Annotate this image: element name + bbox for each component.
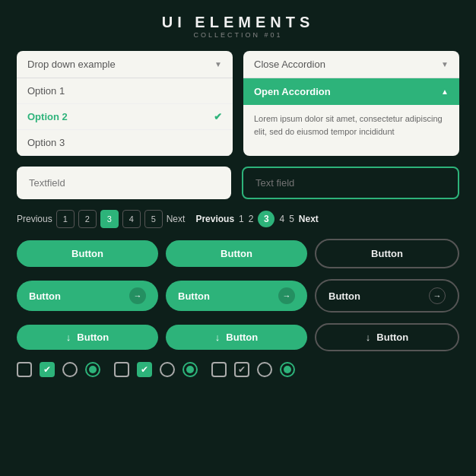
page2-4[interactable]: 4	[279, 214, 284, 224]
radio-unchecked-1[interactable]	[62, 362, 78, 377]
button-row-2: Button → Button → Button →	[17, 279, 459, 313]
page2-2[interactable]: 2	[249, 214, 254, 224]
button-green-down-2[interactable]: ↓ Button	[166, 325, 307, 350]
page-5[interactable]: 5	[144, 210, 163, 228]
page-2[interactable]: 2	[78, 210, 97, 228]
accordion-section[interactable]: Close Accordion ▼ Open Accordion ▲ Lorem…	[243, 51, 459, 156]
dropdown-option-3[interactable]: Option 3	[17, 130, 233, 156]
dropdown-section[interactable]: Drop down example ▼ Option 1 Option 2 ✔ …	[17, 51, 233, 156]
check-icon: ✔	[214, 111, 222, 122]
chevron-down-icon: ▼	[214, 60, 222, 68]
dropdown-option-1[interactable]: Option 1	[17, 78, 233, 104]
down-arrow-icon-2: ↓	[215, 332, 221, 343]
page2-3-active[interactable]: 3	[258, 211, 274, 227]
radio-checked-3[interactable]	[280, 362, 295, 377]
radio-inner-3	[284, 366, 291, 373]
radio-unchecked-2[interactable]	[160, 362, 175, 377]
next-label-1[interactable]: Next	[167, 214, 186, 224]
form-controls-group-2: ✔	[114, 362, 198, 377]
button-green-down-1[interactable]: ↓ Button	[17, 325, 158, 350]
radio-unchecked-3[interactable]	[257, 362, 272, 377]
radio-checked-2[interactable]	[182, 362, 198, 377]
accordion-closed-header[interactable]: Close Accordion ▼	[243, 51, 459, 78]
main-title: UI ELEMENTS	[17, 14, 459, 31]
chevron-down-icon-2: ▼	[441, 60, 449, 68]
button-dark-down-1[interactable]: ↓ Button	[315, 323, 459, 351]
button-green-1[interactable]: Button	[17, 240, 158, 267]
button-green-arrow-2[interactable]: Button →	[166, 281, 307, 311]
subtitle: COLLECTION #01	[17, 31, 459, 39]
arrow-right-icon-3: →	[429, 287, 446, 304]
textfield-row	[17, 167, 459, 199]
textfield-light[interactable]	[17, 167, 231, 199]
page2-1[interactable]: 1	[239, 214, 244, 224]
accordion-content: Lorem ipsum dolor sit amet, consectetur …	[243, 105, 459, 145]
arrow-right-icon-2: →	[278, 287, 295, 304]
button-label: Button	[226, 332, 258, 343]
chevron-up-icon: ▲	[441, 87, 449, 96]
prev-label-2[interactable]: Previous	[195, 214, 234, 224]
radio-inner-1	[89, 366, 97, 373]
button-label: Button	[77, 332, 109, 343]
button-green-arrow-1[interactable]: Button →	[17, 281, 158, 311]
dropdown-option-2[interactable]: Option 2 ✔	[17, 104, 233, 130]
textfield-dark[interactable]	[242, 167, 459, 199]
radio-checked-1[interactable]	[85, 362, 100, 377]
button-green-2[interactable]: Button	[166, 240, 307, 267]
next-label-2[interactable]: Next	[299, 214, 319, 224]
top-row: Drop down example ▼ Option 1 Option 2 ✔ …	[17, 51, 459, 156]
pagination-1: Previous 1 2 3 4 5 Next	[17, 210, 185, 228]
checkbox-checked-3[interactable]: ✔	[234, 362, 249, 377]
down-arrow-icon-3: ↓	[366, 332, 371, 343]
checkbox-checked-2[interactable]: ✔	[137, 362, 152, 377]
button-label: Button	[29, 290, 61, 302]
page-3-active[interactable]: 3	[100, 210, 119, 228]
checkbox-unchecked-2[interactable]	[114, 362, 129, 377]
accordion-closed-label: Close Accordion	[254, 59, 325, 70]
form-controls-row: ✔ ✔ ✔	[17, 362, 459, 377]
arrow-right-icon: →	[129, 287, 146, 304]
button-row-1: Button Button Button	[17, 239, 459, 268]
prev-label-1[interactable]: Previous	[17, 214, 52, 224]
button-label: Button	[178, 290, 210, 302]
pagination-2: Previous 1 2 3 4 5 Next	[195, 210, 318, 228]
accordion-open-label: Open Accordion	[254, 86, 331, 97]
title-section: UI ELEMENTS COLLECTION #01	[17, 14, 459, 39]
button-label: Button	[328, 290, 360, 302]
page2-5[interactable]: 5	[289, 214, 294, 224]
checkbox-unchecked-3[interactable]	[211, 362, 227, 377]
accordion-open-header[interactable]: Open Accordion ▲	[243, 78, 459, 105]
page-4[interactable]: 4	[122, 210, 141, 228]
page-1[interactable]: 1	[56, 210, 75, 228]
button-label: Button	[376, 332, 408, 343]
button-dark-arrow-1[interactable]: Button →	[315, 279, 459, 313]
down-arrow-icon: ↓	[66, 332, 71, 343]
radio-inner-2	[186, 366, 194, 373]
dropdown-header[interactable]: Drop down example ▼	[17, 51, 233, 78]
form-controls-group-1: ✔	[17, 362, 100, 377]
button-row-3: ↓ Button ↓ Button ↓ Button	[17, 323, 459, 351]
form-controls-group-3: ✔	[211, 362, 295, 377]
button-dark-1[interactable]: Button	[315, 239, 459, 268]
checkbox-checked-1[interactable]: ✔	[40, 362, 55, 377]
checkbox-unchecked-1[interactable]	[17, 362, 32, 377]
pagination-row: Previous 1 2 3 4 5 Next Previous 1 2 3 4…	[17, 210, 459, 228]
dropdown-header-text: Drop down example	[27, 59, 116, 70]
